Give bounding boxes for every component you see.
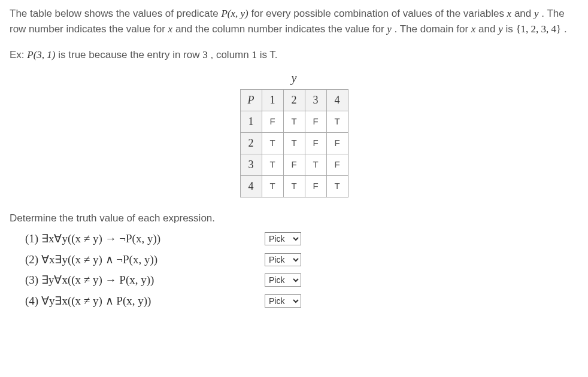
intro-text: . The domain for [395,23,471,35]
intro-text: and [514,8,534,19]
truth-cell: T [262,154,283,175]
var-y: y [498,23,503,35]
example-prefix: Ex: [10,49,27,60]
truth-table-container: y P 1 2 3 4 1 F T F T 2 T T F F 3 T F T … [10,69,578,197]
intro-text: is [505,23,516,35]
truth-cell: T [283,132,305,154]
example-col: 1 [251,49,257,60]
row-header: 1 [240,111,262,132]
truth-cell: F [262,111,283,132]
predicate-symbol: P(x, y) [221,8,248,19]
question-row: (3) ∃y∀x((x ≠ y) → P(x, y)) Pick True Fa… [25,272,578,289]
answer-select-2[interactable]: Pick True False [265,253,301,266]
row-header: 4 [240,175,262,197]
var-x: x [168,23,173,35]
question-number: (4) [25,293,38,310]
y-axis-label: y [10,69,578,87]
table-row: 4 T T F T [240,175,348,197]
truth-cell: T [262,175,283,197]
col-header: 4 [326,89,348,111]
header-row: P 1 2 3 4 [240,89,348,111]
intro-text: and [478,23,498,35]
col-header: 2 [283,89,305,111]
truth-table: P 1 2 3 4 1 F T F T 2 T T F F 3 T F T F [240,89,348,197]
table-row: 1 F T F T [240,111,348,132]
truth-cell: T [326,111,348,132]
truth-cell: F [326,132,348,154]
question-expression: ∀x∃y((x ≠ y) ∧ ¬P(x, y)) [41,253,157,266]
col-header: 3 [305,89,326,111]
truth-cell: T [283,111,305,132]
truth-cell: F [305,132,326,154]
table-row: 3 T F T F [240,154,348,175]
truth-cell: T [283,175,305,197]
var-x: x [507,8,512,19]
var-y: y [387,23,392,35]
domain-set: {1, 2, 3, 4} [516,23,561,35]
question-expression: ∃y∀x((x ≠ y) → P(x, y)) [41,273,154,286]
row-header: 2 [240,132,262,154]
question-number: (2) [25,251,38,269]
question-expression: ∃x∀y((x ≠ y) → ¬P(x, y)) [41,232,160,245]
example-line: Ex: P(3, 1) is true because the entry in… [10,47,578,63]
answer-select-4[interactable]: Pick True False [265,294,301,308]
example-predicate: P(3, 1) [27,49,55,60]
intro-text: for every possible combination of values… [251,8,507,19]
example-text: is T. [260,49,278,60]
truth-cell: F [305,175,326,197]
table-corner: P [240,89,262,111]
question-row: (1) ∃x∀y((x ≠ y) → ¬P(x, y)) Pick True F… [25,230,578,248]
answer-select-1[interactable]: Pick True False [265,232,301,245]
truth-cell: F [305,111,326,132]
example-text: is true because the entry in row [58,49,202,60]
truth-cell: T [305,154,326,175]
var-y: y [534,8,539,19]
intro-text: and the column number indicates the valu… [175,23,387,35]
table-row: 2 T T F F [240,132,348,154]
truth-cell: F [283,154,305,175]
row-header: 3 [240,154,262,175]
intro-text: . [564,23,567,35]
truth-cell: T [262,132,283,154]
question-row: (2) ∀x∃y((x ≠ y) ∧ ¬P(x, y)) Pick True F… [25,251,578,269]
question-expression: ∀y∃x((x ≠ y) ∧ P(x, y)) [41,294,151,307]
questions-block: (1) ∃x∀y((x ≠ y) → ¬P(x, y)) Pick True F… [25,230,578,309]
answer-select-3[interactable]: Pick True False [265,273,301,287]
question-number: (3) [25,272,38,289]
col-header: 1 [262,89,283,111]
question-row: (4) ∀y∃x((x ≠ y) ∧ P(x, y)) Pick True Fa… [25,293,578,310]
example-row: 3 [202,49,208,60]
truth-cell: T [326,175,348,197]
example-text: , column [210,49,251,60]
determine-prompt: Determine the truth value of each expres… [10,211,578,226]
truth-cell: F [326,154,348,175]
var-x: x [471,23,476,35]
intro-paragraph: The table below shows the values of pred… [10,6,572,37]
question-number: (1) [25,230,38,248]
intro-text: The table below shows the values of pred… [10,8,221,19]
